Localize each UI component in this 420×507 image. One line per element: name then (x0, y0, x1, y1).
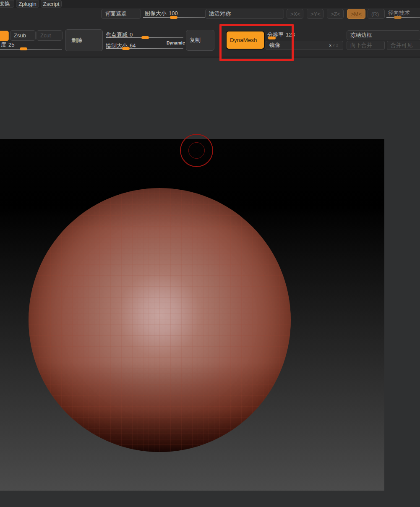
zadd-button[interactable] (0, 31, 9, 41)
image-size-value: 100 (169, 10, 178, 16)
mirror-label: 镜像 (269, 42, 280, 49)
tab-transform-label: 变换 (0, 0, 10, 8)
zsub-label: Zsub (14, 32, 26, 39)
top-toolbar: 变换 Zplugin Zscript 背面遮罩 图像大小100 激活对称 >X<… (0, 0, 420, 57)
symmetry-z-button[interactable]: >Z< (327, 9, 344, 19)
merge-visible-button[interactable]: 合并可见 (387, 41, 420, 50)
draw-size-value: 64 (130, 42, 136, 49)
tab-zplugin-label: Zplugin (18, 1, 37, 7)
z-intensity-value: 25 (8, 42, 14, 48)
symmetry-z-label: >Z< (331, 11, 340, 17)
freeze-border-label: 冻结边框 (350, 31, 372, 39)
dynamesh-label: DynaMesh (230, 37, 257, 43)
symmetry-x-label: >X< (290, 11, 300, 17)
draw-size-slider-track[interactable] (106, 48, 183, 49)
symmetry-r-label: (R) (371, 11, 379, 17)
symmetry-m-button[interactable]: >M< (347, 9, 365, 19)
dynamesh-button[interactable]: DynaMesh (226, 31, 265, 50)
focal-shift-slider-handle[interactable] (141, 36, 149, 39)
tab-zplugin[interactable]: Zplugin (16, 0, 39, 8)
backface-mask-label: 背面遮罩 (105, 10, 127, 18)
symmetry-x-button[interactable]: >X< (287, 9, 303, 19)
resolution-slider-handle[interactable] (268, 37, 276, 39)
z-intensity-slider-track[interactable] (0, 49, 62, 50)
zcut-label: Zcut (40, 32, 51, 39)
focal-shift-value: 0 (130, 31, 133, 38)
mirror-button[interactable]: 镜像 XYZ (266, 41, 343, 50)
merge-down-button[interactable]: 向下合并 (347, 41, 385, 50)
merge-visible-label: 合并可见 (391, 42, 412, 49)
dynamic-badge: Dynamic (167, 41, 185, 45)
draw-size-slider-handle[interactable] (122, 47, 130, 50)
duplicate-button[interactable]: 复制 (186, 30, 214, 51)
z-intensity-slider-handle[interactable] (20, 47, 27, 50)
merge-down-label: 向下合并 (350, 42, 372, 49)
freeze-border-button[interactable]: 冻结边框 (347, 30, 420, 40)
symmetry-y-label: >Y< (310, 11, 321, 17)
radial-count-slider-track[interactable] (386, 17, 420, 18)
tab-zscript[interactable]: Zscript (41, 0, 62, 8)
duplicate-label: 复制 (190, 37, 201, 44)
delete-button[interactable]: 删除 (65, 29, 103, 51)
mirror-axis-y[interactable]: Y (333, 44, 336, 47)
activate-symmetry-label: 激活对称 (209, 10, 231, 18)
zcut-button[interactable]: Zcut (37, 30, 63, 41)
mirror-axis-indicators: XYZ (329, 44, 339, 47)
resolution-slider-track[interactable] (266, 38, 343, 38)
symmetry-y-button[interactable]: >Y< (307, 9, 323, 19)
zsub-button[interactable]: Zsub (10, 30, 36, 41)
tab-transform[interactable]: 变换 (0, 0, 14, 8)
resolution-value: 128 (286, 31, 295, 38)
image-size-slider-handle[interactable] (170, 16, 177, 19)
symmetry-m-label: >M< (351, 11, 362, 17)
brush-cursor-inner-ring (188, 142, 205, 159)
wireframe-overlay (29, 188, 291, 452)
symmetry-r-button[interactable]: (R) (368, 9, 385, 19)
tab-strip (0, 0, 420, 8)
mirror-axis-z[interactable]: Z (336, 44, 339, 47)
radial-count-slider-handle[interactable] (394, 16, 402, 19)
tab-zscript-label: Zscript (43, 1, 60, 7)
sculpt-canvas[interactable] (0, 139, 384, 491)
z-intensity-slider-label: 度25 (1, 41, 14, 49)
dynamesh-sphere-model[interactable] (29, 188, 291, 452)
toolbar-bottom-divider (0, 57, 420, 57)
delete-label: 删除 (71, 37, 82, 44)
activate-symmetry-button[interactable]: 激活对称 (205, 9, 284, 19)
backface-mask-button[interactable]: 背面遮罩 (101, 9, 141, 19)
mirror-axis-x[interactable]: X (329, 44, 332, 47)
